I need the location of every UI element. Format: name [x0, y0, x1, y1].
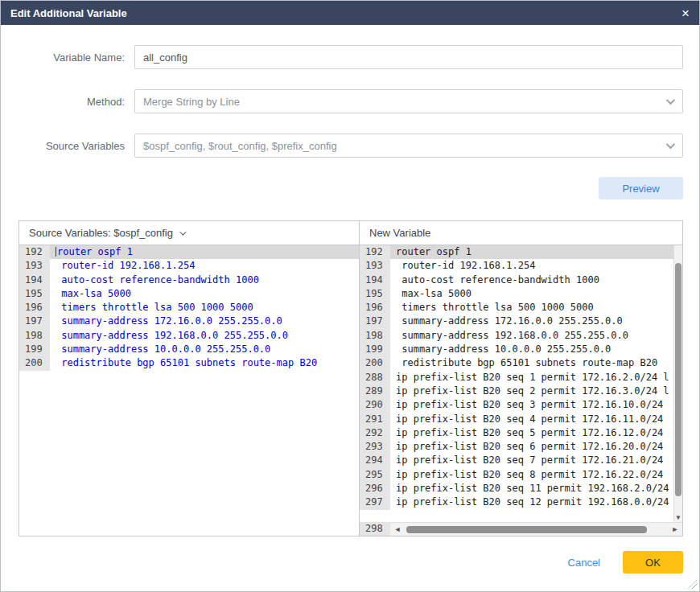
code-line[interactable]: 293ip prefix-list B20 seq 6 permit 172.1… — [360, 440, 682, 454]
method-selected-value: Merge String by Line — [143, 96, 240, 108]
source-variable-code-editor[interactable]: 192router ospf 1193 router-id 192.168.1.… — [19, 245, 359, 536]
new-variable-code-editor[interactable]: 192router ospf 1193 router-id 192.168.1.… — [360, 245, 682, 522]
line-number: 290 — [360, 398, 390, 412]
resize-handle[interactable] — [688, 580, 697, 589]
code-text: ip prefix-list B20 seq 5 permit 172.16.1… — [390, 426, 682, 440]
new-variable-pane-header: New Variable — [360, 221, 682, 245]
code-line[interactable]: 296ip prefix-list B20 seq 11 permit 192.… — [360, 482, 682, 495]
line-number: 293 — [360, 440, 390, 454]
code-line[interactable]: 192router ospf 1 — [360, 245, 682, 259]
preview-button[interactable]: Preview — [599, 177, 683, 199]
line-number: 200 — [360, 356, 390, 370]
line-number: 294 — [360, 454, 390, 467]
code-text: summary-address 10.0.0.0 255.255.0.0 — [50, 343, 359, 356]
code-text: ip prefix-list B20 seq 1 permit 172.16.2… — [390, 371, 682, 384]
code-line[interactable]: 193 router-id 192.168.1.254 — [19, 259, 359, 273]
source-variable-pane-header[interactable]: Source Variables: $ospf_config — [19, 221, 359, 245]
code-line[interactable]: 192router ospf 1 — [19, 245, 359, 259]
line-number: 197 — [19, 314, 50, 328]
code-text: redistribute bgp 65101 subnets route-map… — [50, 356, 359, 370]
line-number: 193 — [19, 259, 50, 273]
code-line[interactable]: 197 summary-address 172.16.0.0 255.255.0… — [19, 314, 359, 328]
vertical-scrollbar-thumb[interactable] — [675, 263, 681, 496]
line-number: 198 — [19, 329, 50, 343]
code-line[interactable]: 196 timers throttle lsa 500 1000 5000 — [360, 301, 682, 314]
code-line[interactable]: 200 redistribute bgp 65101 subnets route… — [360, 356, 682, 370]
code-line[interactable]: 197 summary-address 172.16.0.0 255.255.0… — [360, 314, 682, 328]
code-line[interactable]: 198 summary-address 192.168.0.0 255.255.… — [19, 329, 359, 343]
code-text: summary-address 10.0.0.0 255.255.0.0 — [390, 343, 682, 356]
code-line[interactable]: 291ip prefix-list B20 seq 4 permit 172.1… — [360, 413, 682, 426]
code-text: auto-cost reference-bandwidth 1000 — [390, 273, 682, 287]
line-number: 291 — [360, 413, 390, 426]
line-number: 194 — [19, 273, 50, 287]
ok-button[interactable]: OK — [623, 551, 683, 574]
code-line[interactable]: 295ip prefix-list B20 seq 8 permit 172.1… — [360, 468, 682, 482]
chevron-down-icon — [666, 140, 675, 149]
dialog-title: Edit Additional Variable — [10, 7, 127, 19]
line-number: 289 — [360, 384, 390, 398]
code-text: router-id 192.168.1.254 — [390, 259, 682, 273]
code-line[interactable]: 194 auto-cost reference-bandwidth 1000 — [19, 273, 359, 287]
code-text: router ospf 1 — [390, 245, 682, 259]
line-number: 198 — [360, 329, 390, 343]
close-icon[interactable]: × — [681, 6, 690, 20]
chevron-down-icon — [179, 228, 186, 235]
horizontal-scrollbar[interactable]: ◄ ► — [390, 522, 682, 536]
code-line[interactable]: 288ip prefix-list B20 seq 1 permit 172.1… — [360, 371, 682, 384]
code-text: ip prefix-list B20 seq 2 permit 172.16.3… — [390, 384, 682, 398]
method-row: Method: Merge String by Line — [14, 89, 683, 113]
code-line[interactable]: 198 summary-address 192.168.0.0 255.255.… — [360, 329, 682, 343]
code-text: max-lsa 5000 — [390, 287, 682, 301]
method-select[interactable]: Merge String by Line — [134, 89, 683, 113]
line-number: 195 — [360, 287, 390, 301]
preview-row: Preview — [14, 177, 683, 199]
code-line[interactable]: 196 timers throttle lsa 500 1000 5000 — [19, 301, 359, 314]
code-line[interactable]: 297ip prefix-list B20 seq 12 permit 192.… — [360, 495, 682, 509]
code-text: router ospf 1 — [50, 245, 359, 259]
line-number: 199 — [360, 343, 390, 356]
code-line[interactable]: 195 max-lsa 5000 — [360, 287, 682, 301]
source-variables-select[interactable]: $ospf_config, $rout_config, $prefix_conf… — [134, 134, 683, 158]
line-number: 192 — [19, 245, 50, 259]
method-label: Method: — [14, 96, 134, 108]
horizontal-scrollbar-track[interactable] — [405, 526, 668, 533]
code-text: ip prefix-list B20 seq 12 permit 192.168… — [390, 495, 682, 509]
new-variable-pane-title: New Variable — [369, 227, 430, 239]
code-text: ip prefix-list B20 seq 3 permit 172.16.1… — [390, 398, 682, 412]
line-number: 193 — [360, 259, 390, 273]
code-line[interactable]: 193 router-id 192.168.1.254 — [360, 259, 682, 273]
variable-name-row: Variable Name: — [14, 45, 683, 69]
code-text: summary-address 172.16.0.0 255.255.0.0 — [50, 314, 359, 328]
code-line[interactable]: 199 summary-address 10.0.0.0 255.255.0.0 — [19, 343, 359, 356]
code-text: summary-address 192.168.0.0 255.255.0.0 — [390, 329, 682, 343]
code-text: ip prefix-list B20 seq 7 permit 172.16.2… — [390, 454, 682, 467]
cancel-button[interactable]: Cancel — [568, 557, 600, 569]
line-number: 296 — [360, 482, 390, 495]
code-line[interactable]: 292ip prefix-list B20 seq 5 permit 172.1… — [360, 426, 682, 440]
line-number: 197 — [360, 314, 390, 328]
scroll-left-arrow-icon[interactable]: ◄ — [393, 525, 402, 533]
code-line[interactable]: 294ip prefix-list B20 seq 7 permit 172.1… — [360, 454, 682, 467]
line-number: 295 — [360, 468, 390, 482]
code-line[interactable]: 199 summary-address 10.0.0.0 255.255.0.0 — [360, 343, 682, 356]
dialog-footer: Cancel OK — [1, 551, 699, 574]
line-number: 298 — [360, 522, 390, 536]
code-text: max-lsa 5000 — [50, 287, 359, 301]
source-variables-row: Source Variables $ospf_config, $rout_con… — [14, 134, 683, 158]
scroll-right-arrow-icon[interactable]: ► — [670, 525, 680, 533]
code-line[interactable]: 194 auto-cost reference-bandwidth 1000 — [360, 273, 682, 287]
horizontal-scrollbar-thumb[interactable] — [406, 526, 647, 533]
code-line[interactable]: 200 redistribute bgp 65101 subnets route… — [19, 356, 359, 370]
variable-name-label: Variable Name: — [14, 51, 134, 64]
code-line[interactable]: 290ip prefix-list B20 seq 3 permit 172.1… — [360, 398, 682, 412]
variable-name-input[interactable] — [134, 45, 683, 69]
code-text: router-id 192.168.1.254 — [50, 259, 359, 273]
dialog-titlebar: Edit Additional Variable × — [1, 1, 699, 25]
code-line[interactable]: 289ip prefix-list B20 seq 2 permit 172.1… — [360, 384, 682, 398]
code-line[interactable]: 195 max-lsa 5000 — [19, 287, 359, 301]
source-variables-selected-value: $ospf_config, $rout_config, $prefix_conf… — [143, 140, 337, 152]
line-number: 297 — [360, 495, 390, 509]
vertical-scrollbar[interactable]: ▼ — [673, 245, 682, 522]
scroll-down-arrow-icon[interactable]: ▼ — [674, 514, 682, 521]
